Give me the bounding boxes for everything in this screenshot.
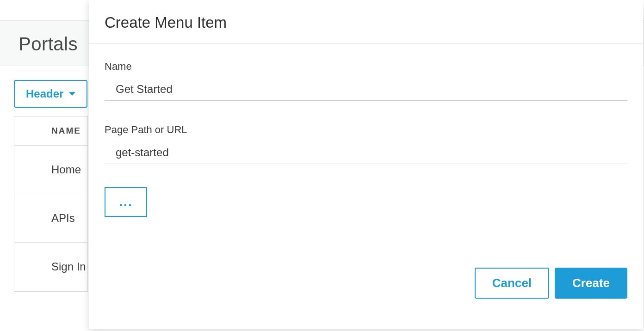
header-dropdown-button[interactable]: Header <box>14 80 87 108</box>
path-label: Page Path or URL <box>105 124 627 136</box>
create-button[interactable]: Create <box>555 268 627 299</box>
menu-table: NAME Home APIs Sign In <box>14 116 88 292</box>
form-group-path: Page Path or URL <box>105 124 627 164</box>
form-group-name: Name <box>105 61 627 101</box>
name-input[interactable] <box>105 79 627 101</box>
modal-body: Name Page Path or URL ... <box>89 44 643 268</box>
caret-down-icon <box>69 92 75 96</box>
table-row[interactable]: Home <box>14 146 87 194</box>
path-input[interactable] <box>105 142 627 164</box>
table-column-header: NAME <box>14 116 87 146</box>
ellipsis-icon: ... <box>119 195 132 209</box>
cancel-button[interactable]: Cancel <box>475 268 549 299</box>
table-row[interactable]: Sign In <box>14 243 87 291</box>
name-label: Name <box>105 61 627 73</box>
table-row[interactable]: APIs <box>14 194 87 243</box>
create-menu-item-modal: Create Menu Item Name Page Path or URL .… <box>89 0 643 329</box>
row-label: APIs <box>51 212 75 224</box>
row-label: Sign In <box>51 260 86 273</box>
modal-title: Create Menu Item <box>105 14 627 31</box>
header-dropdown-label: Header <box>26 87 63 100</box>
more-actions-button[interactable]: ... <box>105 187 147 217</box>
row-label: Home <box>51 163 81 176</box>
modal-footer: Cancel Create <box>89 268 643 329</box>
modal-header: Create Menu Item <box>89 0 643 44</box>
